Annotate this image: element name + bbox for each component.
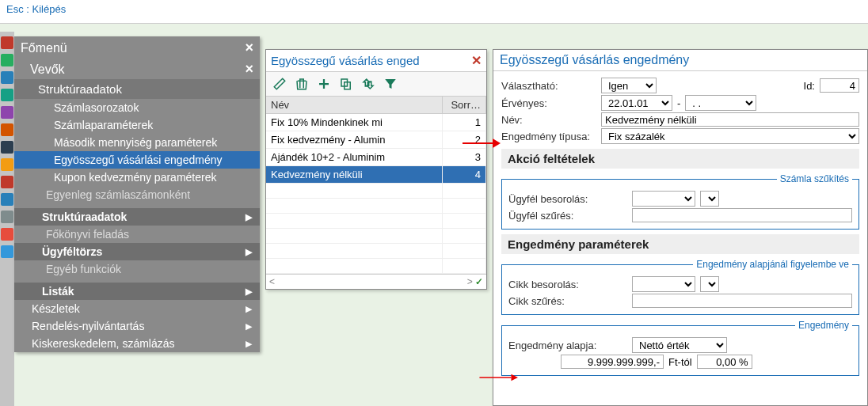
ugyfelbes-label: Ügyfél besorolás: (508, 193, 627, 205)
esc-label[interactable]: Esc : Kilépés (6, 3, 66, 15)
id-label: Id: (804, 80, 815, 92)
cikkszur-label: Cikk szűrés: (508, 295, 627, 307)
scroll-right-icon[interactable]: > (467, 276, 473, 287)
table-row[interactable]: Fix kedvezmény - Alumin2 (266, 131, 486, 149)
table-row (266, 199, 486, 214)
grid-footer: < > ✓ (266, 274, 486, 289)
table-row[interactable]: Kedvezmény nélküli4 (266, 166, 486, 184)
akcio-header: Akció feltételek (501, 149, 859, 169)
szamla-szukites-fieldset: Számla szűkítés Ügyfél besorolás: Ügyfél… (501, 173, 859, 230)
topbar: Esc : Kilépés (0, 0, 868, 24)
fttol-label: Ft-tól (668, 356, 692, 368)
table-row (266, 244, 486, 259)
list-panel-title: Egyösszegű vásárlás enged ✕ (266, 50, 486, 72)
menu-section-listak[interactable]: Listák ▶ (14, 283, 260, 300)
engparam-header: Engedmény paraméterek (501, 234, 859, 254)
chevron-right-icon: ▶ (246, 304, 252, 314)
form-panel: Egyösszegű vásárlás engedmény Választhat… (493, 49, 868, 406)
close-icon[interactable]: ✕ (471, 53, 482, 68)
table-row (266, 229, 486, 244)
id-field[interactable] (820, 78, 859, 93)
engalapja-label: Engedmény alapja: (508, 340, 627, 351)
ugyfelszur-input[interactable] (632, 208, 852, 222)
list-toolbar (266, 72, 486, 97)
menu-section-structdata[interactable]: Struktúraadatok ▶ (14, 208, 260, 226)
table-row (266, 184, 486, 199)
checkmark-icon[interactable]: ✓ (475, 276, 483, 287)
filter-icon[interactable] (380, 74, 401, 94)
menu-item-szamlaparameterek[interactable]: Számlaparaméterek (14, 116, 260, 134)
engalapjanal-legend: Engedmény alapjánál figyelembe ve (693, 259, 852, 270)
delete-icon[interactable] (291, 74, 312, 94)
amount-input[interactable] (561, 355, 664, 369)
chevron-right-icon: ▶ (246, 247, 252, 257)
ervenyes-label: Érvényes: (501, 97, 596, 109)
nev-input[interactable] (601, 112, 859, 127)
nev-label: Név: (501, 114, 596, 126)
structdata-header[interactable]: Struktúraadatok (14, 79, 260, 99)
engalapja-select[interactable]: Nettó érték (632, 337, 727, 353)
left-icon-strip (0, 32, 14, 406)
cikkbes-select2[interactable] (700, 276, 719, 292)
percent-input[interactable] (697, 355, 752, 369)
engtip-select[interactable]: Fix százalék (601, 128, 859, 144)
ugyfelbes-select[interactable] (632, 191, 695, 207)
edit-icon[interactable] (269, 74, 290, 94)
menu-item-egyenleg[interactable]: Egyenleg számlaszámonként (14, 186, 260, 203)
col-nev[interactable]: Név (266, 97, 443, 114)
reorder-icon[interactable] (358, 74, 379, 94)
add-icon[interactable] (314, 74, 334, 94)
ervenyes-from-select[interactable]: 22.01.01 (601, 95, 672, 111)
menu-item-egyosszegu[interactable]: Egyösszegű vásárlási engedmény (14, 151, 260, 169)
ugyfelbes-select2[interactable] (700, 191, 719, 207)
close-icon[interactable]: × (245, 61, 253, 78)
engedmeny-fieldset: Engedmény Engedmény alapja: Nettó érték … (501, 320, 859, 376)
list-panel: Egyösszegű vásárlás enged ✕ Név Sorr… Fi… (265, 49, 487, 290)
valaszthato-select[interactable]: Igen (601, 78, 657, 93)
vevok-label: Vevők (30, 63, 65, 77)
menu-root-keszletek[interactable]: Készletek ▶ (14, 300, 260, 317)
menu-root-rendeles[interactable]: Rendelés-nyilvántartás ▶ (14, 317, 260, 335)
chevron-right-icon: ▶ (246, 339, 252, 349)
scroll-left-icon[interactable]: < (269, 276, 275, 287)
ervenyes-to-select[interactable]: . . (685, 95, 756, 111)
table-row (266, 259, 486, 274)
chevron-right-icon: ▶ (246, 212, 252, 222)
engtip-label: Engedmény típusa: (501, 131, 596, 142)
close-icon[interactable]: × (245, 40, 253, 56)
table-row[interactable]: Ajándék 10+2 - Aluminim3 (266, 149, 486, 166)
form-panel-title: Egyösszegű vásárlás engedmény (493, 50, 867, 71)
engedmeny-legend: Engedmény (795, 320, 852, 331)
menu-item-kupon[interactable]: Kupon kedvezmény paraméterek (14, 169, 260, 186)
cikkbes-label: Cikk besorolás: (508, 279, 627, 290)
main-menu-panel: Főmenü × Vevők × Struktúraadatok Számlas… (14, 36, 260, 352)
main-menu-subtitle: Vevők × (14, 59, 260, 79)
szamla-szukites-legend: Számla szűkítés (777, 173, 852, 184)
chevron-right-icon: ▶ (246, 321, 252, 332)
table-row (266, 214, 486, 229)
col-sorr[interactable]: Sorr… (443, 97, 486, 114)
copy-icon[interactable] (336, 74, 356, 94)
menu-item-fokonyvi[interactable]: Főkönyvi feladás (14, 226, 260, 243)
menu-root-kisker[interactable]: Kiskereskedelem, számlázás ▶ (14, 335, 260, 352)
engalapjanal-fieldset: Engedmény alapjánál figyelembe ve Cikk b… (501, 259, 859, 315)
menu-section-ugyfeltorzs[interactable]: Ügyféltörzs ▶ (14, 243, 260, 260)
table-row[interactable]: Fix 10% Mindenkinek mi1 (266, 114, 486, 131)
chevron-right-icon: ▶ (246, 286, 252, 297)
list-table: Név Sorr… Fix 10% Mindenkinek mi1 Fix ke… (266, 97, 486, 274)
cikkbes-select[interactable] (632, 276, 695, 292)
menu-item-egyeb[interactable]: Egyéb funkciók (14, 260, 260, 278)
main-menu-titlebar: Főmenü × (14, 36, 260, 59)
valaszthato-label: Választható: (501, 80, 596, 92)
menu-item-szamlasorozatok[interactable]: Számlasorozatok (14, 99, 260, 116)
main-menu-title: Főmenü (21, 41, 67, 55)
cikkszur-input[interactable] (632, 294, 852, 308)
menu-item-masodik-mennyiseg[interactable]: Második mennyiség paraméterek (14, 134, 260, 151)
ugyfelszur-label: Ügyfél szűrés: (508, 210, 627, 222)
